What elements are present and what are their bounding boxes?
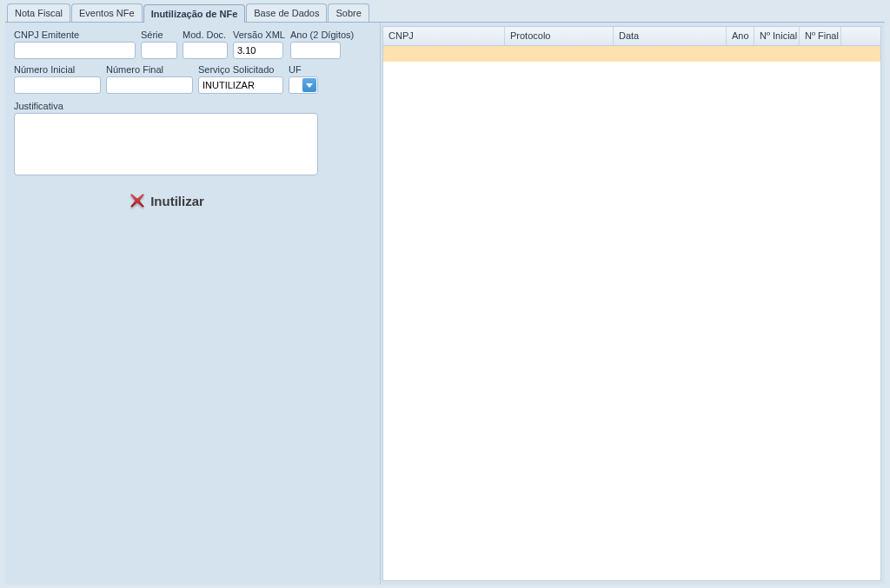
tab-nota-fiscal[interactable]: Nota Fiscal — [7, 3, 70, 22]
tab-base-de-dados[interactable]: Base de Dados — [246, 3, 327, 22]
grid-cell-n-final — [800, 46, 841, 62]
mod-doc-input[interactable] — [183, 42, 228, 59]
servico-solicitado-label: Serviço Solicitado — [198, 64, 283, 75]
grid-cell-spacer — [841, 46, 880, 62]
grid-header-protocolo[interactable]: Protocolo — [505, 27, 614, 45]
tab-inutilizacao-nfe[interactable]: Inutilização de NFe — [143, 4, 246, 23]
grid-cell-ano — [727, 46, 754, 62]
serie-label: Série — [141, 30, 177, 40]
grid-cell-n-inicial — [754, 46, 800, 62]
numero-inicial-input[interactable] — [14, 76, 101, 94]
tabs-bar: Nota Fiscal Eventos NFe Inutilização de … — [5, 3, 885, 22]
justificativa-textarea[interactable] — [14, 113, 318, 175]
grid-header-ano[interactable]: Ano — [727, 27, 754, 45]
versao-xml-label: Versão XML — [233, 30, 285, 40]
inutilizar-button-label: Inutilizar — [150, 194, 204, 208]
grid-header-cnpj[interactable]: CNPJ — [383, 27, 505, 45]
grid-header: CNPJ Protocolo Data Ano Nº Inicial Nº Fi… — [383, 27, 880, 46]
cnpj-emitente-label: CNPJ Emitente — [14, 30, 136, 40]
grid-header-data[interactable]: Data — [614, 27, 727, 45]
grid-header-spacer — [841, 27, 880, 45]
grid-body[interactable] — [383, 46, 880, 580]
numero-final-input[interactable] — [106, 76, 193, 94]
content-area: CNPJ Emitente Série Mod. Doc. Versão XML… — [5, 22, 885, 585]
servico-solicitado-input[interactable] — [198, 76, 283, 94]
grid-cell-data — [614, 46, 727, 62]
versao-xml-input[interactable] — [233, 42, 283, 59]
numero-final-label: Número Final — [106, 64, 193, 75]
mod-doc-label: Mod. Doc. — [183, 30, 228, 40]
ano-label: Ano (2 Dígitos) — [290, 30, 354, 40]
close-icon — [128, 191, 147, 210]
grid-header-n-final[interactable]: Nº Final — [800, 27, 841, 45]
table-row[interactable] — [383, 46, 880, 62]
tab-eventos-nfe[interactable]: Eventos NFe — [71, 3, 143, 22]
inutilizar-button[interactable]: Inutilizar — [123, 188, 209, 214]
ano-input[interactable] — [290, 42, 341, 59]
form-panel: CNPJ Emitente Série Mod. Doc. Versão XML… — [5, 23, 381, 585]
uf-label: UF — [289, 64, 318, 75]
numero-inicial-label: Número Inicial — [14, 64, 101, 75]
grid-header-n-inicial[interactable]: Nº Inicial — [754, 27, 800, 45]
justificativa-label: Justificativa — [14, 101, 318, 111]
grid-cell-protocolo — [505, 46, 614, 62]
serie-input[interactable] — [141, 42, 177, 59]
cnpj-emitente-input[interactable] — [14, 42, 136, 59]
grid-panel: CNPJ Protocolo Data Ano Nº Inicial Nº Fi… — [382, 26, 881, 581]
tab-sobre[interactable]: Sobre — [328, 3, 369, 22]
app-window: Nota Fiscal Eventos NFe Inutilização de … — [0, 0, 890, 588]
grid-cell-cnpj — [383, 46, 505, 62]
chevron-down-icon[interactable] — [302, 78, 316, 92]
